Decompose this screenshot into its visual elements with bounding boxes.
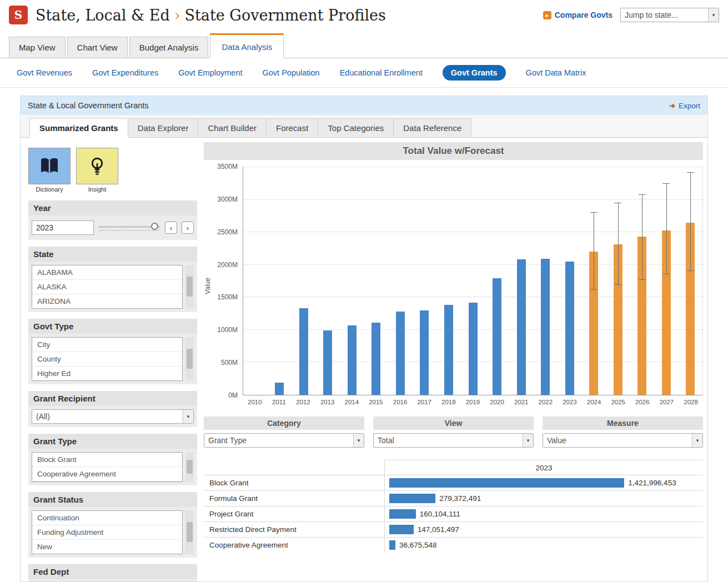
error-bar-line: [666, 183, 667, 274]
error-bar: [687, 172, 694, 271]
tab-budget-analysis[interactable]: Budget Analysis: [129, 37, 209, 58]
chart-bar[interactable]: [396, 312, 405, 395]
chart-bar[interactable]: [420, 310, 429, 395]
chart-bar[interactable]: [299, 308, 308, 395]
chart-bar[interactable]: [348, 325, 357, 395]
sidebar: DictionaryInsight Year ‹ › State: [24, 142, 197, 581]
listbox: ALABAMAALASKAARIZONA: [32, 265, 183, 309]
x-tick-label: 2024: [582, 399, 606, 405]
select-wrap: Grant Type▾: [204, 433, 364, 448]
row-label: Cooperative Agreement: [204, 538, 384, 552]
year-prev-button[interactable]: ‹: [165, 222, 177, 234]
tab-data-reference[interactable]: Data Reference: [393, 118, 471, 138]
subnav-govt-expenditures[interactable]: Govt Expenditures: [92, 68, 158, 77]
tab-data-analysis[interactable]: Data Analysis: [210, 33, 284, 58]
tab-forecast[interactable]: Forecast: [266, 118, 318, 138]
error-bar-cap: [590, 289, 598, 290]
list-item[interactable]: Funding Adjustment: [32, 525, 182, 540]
scrollbar-thumb[interactable]: [187, 460, 193, 474]
list-item[interactable]: ALASKA: [32, 280, 182, 294]
subnav-govt-population[interactable]: Govt Population: [263, 68, 320, 77]
filter-header: Year: [28, 200, 197, 215]
compare-govts-link[interactable]: ▸ Compare Govts: [543, 11, 612, 19]
select-category[interactable]: Grant Type: [204, 433, 364, 448]
list-item[interactable]: ARIZONA: [32, 294, 182, 308]
gridline: [243, 167, 702, 167]
list-item[interactable]: City: [32, 338, 182, 352]
select-view[interactable]: Total: [373, 433, 534, 448]
gridline: [243, 297, 702, 297]
chart-bar[interactable]: [275, 383, 284, 395]
list-item[interactable]: ALABAMA: [32, 265, 182, 280]
x-tick-label: 2017: [412, 399, 436, 405]
x-tick-label: 2023: [558, 399, 582, 405]
row-value: 147,051,497: [418, 525, 459, 534]
scrollbar-thumb[interactable]: [187, 522, 193, 542]
site-title: State, Local & Ed: [36, 7, 170, 24]
chart-bar[interactable]: [469, 303, 478, 395]
list-item[interactable]: Block Grant: [32, 453, 182, 467]
scrollbar[interactable]: [185, 265, 194, 309]
scrollbar-thumb[interactable]: [187, 277, 193, 297]
chart-bar[interactable]: [323, 330, 332, 395]
slider-handle[interactable]: [151, 223, 158, 230]
scrollbar[interactable]: [185, 337, 194, 381]
tab-chart-view[interactable]: Chart View: [67, 37, 128, 58]
tab-chart-builder[interactable]: Chart Builder: [198, 118, 267, 138]
summary-year-header: 2023: [384, 460, 703, 475]
chart-bar[interactable]: [517, 259, 526, 395]
scrollbar[interactable]: [185, 510, 194, 554]
filter-body: [28, 579, 197, 581]
scrollbar-thumb[interactable]: [187, 349, 193, 369]
x-tick-label: 2013: [315, 399, 340, 405]
tab-summarized-grants[interactable]: Summarized Grants: [29, 118, 128, 138]
chart-title: Total Value w/Forecast: [204, 142, 703, 160]
filter-header: Govt Type: [28, 319, 197, 334]
row-value: 279,372,491: [439, 494, 481, 503]
year-slider[interactable]: [98, 222, 160, 233]
tab-map-view[interactable]: Map View: [9, 37, 66, 58]
x-tick-label: 2014: [340, 399, 364, 405]
jump-to-state-select[interactable]: Jump to state...: [620, 8, 719, 22]
list-item[interactable]: Continuation: [32, 511, 182, 525]
chart-bar[interactable]: [541, 259, 550, 395]
export-label: Export: [679, 102, 700, 110]
list-item[interactable]: County: [32, 352, 182, 367]
x-tick-label: 2028: [679, 399, 703, 405]
filter-select-grant-recipient[interactable]: (All): [32, 409, 194, 424]
tool-dictionary[interactable]: Dictionary: [28, 148, 71, 193]
list-item[interactable]: Higher Ed: [32, 367, 182, 380]
list-item[interactable]: Cooperative Agreement: [32, 467, 182, 481]
subnav-govt-grants[interactable]: Govt Grants: [443, 65, 506, 81]
tab-data-explorer[interactable]: Data Explorer: [128, 118, 199, 138]
tool-insight[interactable]: Insight: [76, 148, 118, 193]
error-bar-cap: [662, 183, 670, 184]
chart-bar[interactable]: [371, 323, 380, 395]
value-bar: [389, 494, 435, 503]
table-row: Restricted Direct Payment147,051,497: [204, 521, 703, 537]
page: S State, Local & Ed›State Government Pro…: [0, 0, 728, 582]
subnav-govt-revenues[interactable]: Govt Revenues: [17, 68, 72, 77]
chart-bar[interactable]: [565, 262, 574, 395]
listbox: CityCountyHigher Ed: [32, 337, 183, 381]
error-bar-cap: [687, 172, 694, 173]
tab-top-categories[interactable]: Top Categories: [318, 118, 394, 138]
select-wrap: Value▾: [543, 433, 703, 448]
subnav-govt-employment[interactable]: Govt Employment: [178, 68, 242, 77]
scrollbar[interactable]: [185, 452, 194, 482]
plot-wrap: 0M500M1000M1500M2000M2500M3000M3500M 201…: [216, 167, 703, 405]
year-next-button[interactable]: ›: [182, 222, 194, 234]
subnav-govt-data-matrix[interactable]: Govt Data Matrix: [526, 68, 586, 77]
list-item[interactable]: Formula Grant: [32, 481, 182, 482]
chart-bar[interactable]: [444, 305, 453, 395]
year-input[interactable]: [32, 220, 94, 235]
export-button[interactable]: ➔ Export: [669, 102, 700, 110]
filter-header: State: [28, 247, 197, 262]
y-tick-label: 1500M: [217, 293, 238, 301]
subnav-educational-enrollment[interactable]: Educational Enrollment: [340, 68, 423, 77]
error-bar: [590, 212, 598, 290]
list-item[interactable]: New: [32, 540, 182, 554]
chart-bar[interactable]: [493, 278, 501, 395]
select-measure[interactable]: Value: [543, 433, 703, 448]
x-tick-label: 2022: [534, 399, 558, 405]
